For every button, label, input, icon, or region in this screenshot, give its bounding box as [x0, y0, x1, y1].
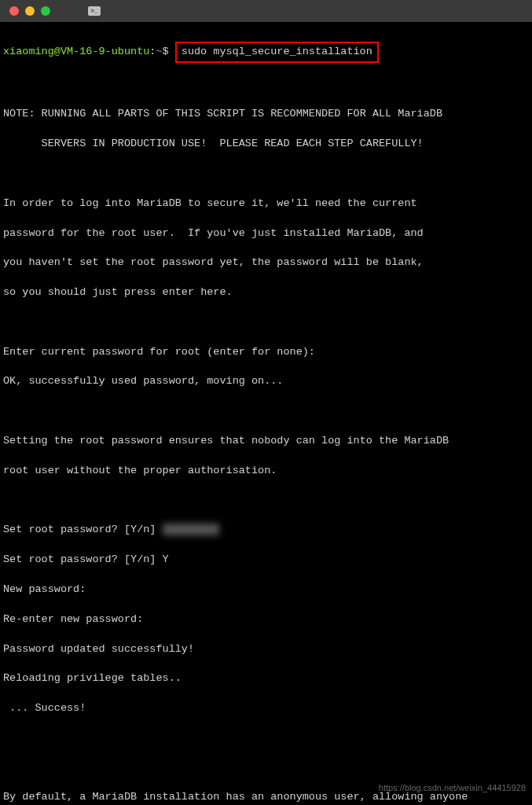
- output-line: password for the root user. If you've ju…: [3, 226, 529, 241]
- prompt-path: ~: [156, 46, 162, 57]
- output-line: Reloading privilege tables..: [3, 671, 529, 686]
- terminal-icon: [88, 6, 101, 16]
- command-text: sudo mysql_secure_installation: [182, 46, 372, 57]
- output-line: Re-enter new password:: [3, 612, 529, 627]
- output-line: [3, 167, 529, 182]
- output-line: NOTE: RUNNING ALL PARTS OF THIS SCRIPT I…: [3, 107, 529, 122]
- output-line: [3, 731, 529, 746]
- output-line: New password:: [3, 583, 529, 597]
- command-highlight-box: sudo mysql_secure_installation: [175, 42, 379, 63]
- output-text: Set root password? [Y/n]: [3, 524, 163, 535]
- output-line: ... Success!: [3, 701, 529, 716]
- output-line: so you should just press enter here.: [3, 285, 529, 300]
- minimize-icon[interactable]: [25, 6, 35, 16]
- output-line: OK, successfully used password, moving o…: [3, 374, 529, 389]
- output-line: In order to log into MariaDB to secure i…: [3, 197, 529, 211]
- blurred-input: xxxx: [163, 524, 219, 535]
- output-line: Enter current password for root (enter f…: [3, 345, 529, 360]
- output-line: Password updated successfully!: [3, 642, 529, 657]
- output-line: [3, 761, 529, 776]
- output-line: [3, 404, 529, 419]
- prompt-dollar: $: [163, 46, 169, 57]
- output-line: Set root password? [Y/n] xxxx: [3, 523, 529, 538]
- output-line: [3, 494, 529, 509]
- prompt-user-host: xiaoming@VM-16-9-ubuntu: [3, 46, 149, 57]
- close-icon[interactable]: [9, 6, 19, 16]
- output-line: Set root password? [Y/n] Y: [3, 553, 529, 568]
- window-titlebar: [0, 0, 532, 22]
- watermark-text: https://blog.csdn.net/weixin_44415928: [379, 782, 526, 794]
- terminal-output[interactable]: xiaoming@VM-16-9-ubuntu:~$ sudo mysql_se…: [0, 22, 532, 805]
- prompt-line: xiaoming@VM-16-9-ubuntu:~$ sudo mysql_se…: [3, 42, 529, 63]
- output-line: [3, 78, 529, 93]
- output-line: SERVERS IN PRODUCTION USE! PLEASE READ E…: [3, 137, 529, 152]
- output-line: [3, 315, 529, 330]
- output-line: Setting the root password ensures that n…: [3, 434, 529, 449]
- output-line: root user without the proper authorisati…: [3, 464, 529, 479]
- maximize-icon[interactable]: [41, 6, 50, 16]
- output-line: you haven't set the root password yet, t…: [3, 255, 529, 270]
